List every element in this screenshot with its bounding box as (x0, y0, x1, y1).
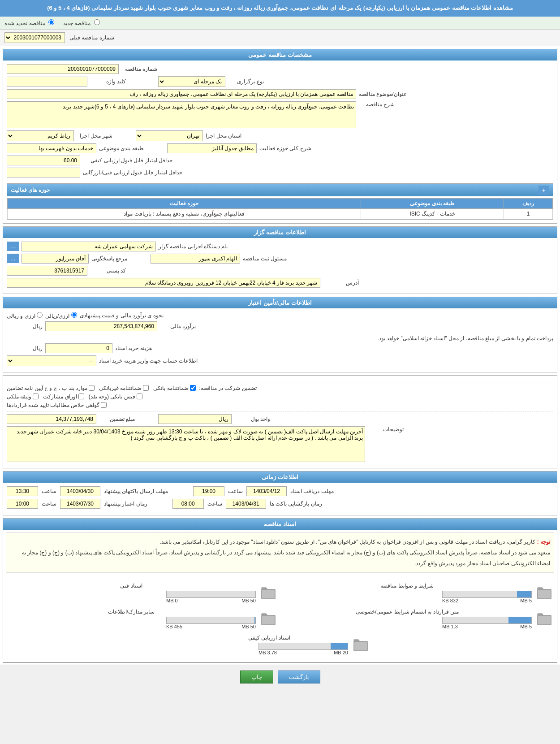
satisfaction-cert-cb[interactable] (101, 402, 107, 408)
doc-grid-row2: متن قرارداد به انضمام شرایط عمومی/خصوصی … (7, 609, 553, 629)
offer-deadline-time[interactable] (7, 486, 38, 496)
responsible-input[interactable] (151, 254, 240, 264)
opening-time[interactable] (172, 499, 204, 509)
row-activity: فعالیتهای جمع‌آوری، تصفیه و دفع پسماند ؛… (8, 208, 361, 219)
renewed-tender-radio[interactable] (48, 19, 54, 25)
add-activity-btn[interactable]: + (538, 186, 549, 195)
area-input[interactable] (167, 143, 257, 153)
city-select[interactable]: ریاط کریم (7, 130, 74, 141)
notes-container: آخرین مهلت ارسال اصل پاکت الف( تضمین ) ب… (7, 426, 365, 462)
partnership-cb[interactable] (78, 394, 84, 399)
offer-deadline-label: مهلت ارسال باکتهای پیشنهاد (104, 488, 168, 494)
header-text: مشاهده اطلاعات مناقصه عمومی همزمان با ار… (47, 4, 513, 11)
doc-cost-input[interactable] (45, 343, 112, 353)
budget-input[interactable] (45, 321, 157, 331)
doc-deadline-date[interactable] (246, 486, 287, 496)
guarantee-amount-input[interactable] (7, 414, 96, 424)
org-name-label: نام دستگاه اجرایی مناقصه گزار (159, 243, 228, 250)
budget-row: برآورد مالی ریال (7, 321, 553, 331)
postal-label: کد پستی (90, 268, 126, 274)
combined-score-input[interactable] (7, 168, 80, 177)
col-classification: طبقه بندی موضوعی (361, 198, 504, 208)
city-label: شهر محل اجرا (77, 133, 112, 139)
doc-progress-4 (166, 617, 256, 624)
currency-rial-label: ارزی/ریالی (45, 312, 77, 319)
ref-label: مرجع پاسخگویی (91, 255, 127, 262)
province-select[interactable]: تهران (136, 130, 203, 141)
col-activity: حوزه فعالیت (8, 198, 361, 208)
tender-number-input[interactable] (7, 64, 119, 74)
service-type-input[interactable] (7, 143, 96, 153)
tender-type-select[interactable]: یک مرحله ای (158, 76, 225, 87)
description-textarea[interactable]: نظافت عمومی، جمع‌آوری زباله روزانه ، رفت… (7, 101, 356, 128)
validity-date[interactable] (60, 499, 100, 509)
tender-number-row: شماره مناقصه (7, 64, 553, 74)
org-name-input[interactable] (22, 242, 156, 251)
guarantee-notes-row: توضیحات آخرین مهلت ارسال اصل پاکت الف( ت… (7, 426, 553, 462)
documents-title: اسناد مناقصه (264, 521, 296, 528)
page-header: مشاهده اطلاعات مناقصه عمومی همزمان با ار… (0, 0, 560, 17)
guarantee-type-row: تضمین شرکت در مناقصه: ضمانتنامه بانکی ضم… (7, 385, 553, 391)
account-info-select[interactable]: -- (7, 355, 96, 366)
documents-section: اسناد مناقصه توجه : کاربر گرامی، دریافت … (3, 518, 557, 659)
doc-info-1: شرایط و ضوابط مناقصه 5 MB 832 KB (283, 583, 532, 603)
svg-rect-3 (262, 615, 275, 625)
doc-title-3: متن قرارداد به انضمام شرایط عمومی/خصوصی (283, 609, 532, 615)
currency-label: نحوه ی برآورد مالی و قیمت پیشنهادی (80, 312, 164, 319)
location-row: استان محل اجرا تهران شهر محل اجرا ریاط ک… (7, 130, 553, 141)
deposit-letter-label: موارد بند ب ، ج و ح آیین نامه تضامین (7, 385, 95, 391)
guarantee-unit-input[interactable] (158, 414, 232, 424)
opening-label: زمان بازگشایی باکت ها (270, 501, 322, 507)
org-search-btn[interactable]: ... (7, 242, 19, 251)
non-bank-label: ضمانتنامه غیربانکی (99, 385, 149, 391)
doc-progress-2 (166, 591, 256, 598)
currency-rial-radio[interactable] (71, 312, 77, 318)
activity-header: + حوزه های فعالیت (7, 184, 553, 196)
print-button[interactable]: چاپ (240, 670, 273, 683)
financial-body: نحوه ی برآورد مالی و قیمت پیشنهادی ارزی/… (3, 308, 557, 372)
non-bank-cb[interactable] (143, 385, 149, 391)
new-tender-radio[interactable] (94, 19, 100, 25)
doc-fill-4 (254, 617, 255, 623)
back-button[interactable]: بازگشت (278, 670, 320, 683)
doc-labels-2: 50 MB 0 MB (166, 598, 256, 603)
keyword-input[interactable] (7, 77, 87, 87)
title-input[interactable] (7, 89, 356, 99)
timeline-title: اطلاعات زمانی (262, 474, 298, 480)
province-label: استان محل اجرا (206, 133, 241, 139)
ref-input[interactable] (22, 254, 89, 264)
quality-score-input[interactable] (7, 156, 80, 165)
doc-item-2: اسناد فنی 50 MB 0 MB (7, 583, 277, 603)
guarantee-amount-row: واحد پول مبلغ تضمین (7, 414, 553, 424)
renewed-tender-label: مناقصه تجدید شده (4, 19, 54, 26)
notes-textarea[interactable]: آخرین مهلت ارسال اصل پاکت الف( تضمین ) ب… (7, 426, 365, 462)
doc-deadline-time[interactable] (193, 486, 224, 496)
guarantee-type-label: تضمین شرکت در مناقصه: (198, 385, 257, 391)
prev-tender-select[interactable]: 2003001077000003 (4, 32, 65, 43)
doc-cost-label: هزینه خرید اسناد (115, 345, 152, 351)
doc-cost-unit: ریال (7, 345, 43, 351)
timeline-header: اطلاعات زمانی (3, 471, 557, 483)
offer-deadline-date[interactable] (60, 486, 100, 496)
real-estate-cb[interactable] (33, 394, 39, 399)
prev-tender-row: شماره مناقصه قبلی 2003001077000003 (0, 30, 560, 46)
quality-score-label: حداقل امتیاز قابل قبول ارزیابی کیفی (83, 157, 172, 164)
cash-check-cb[interactable] (137, 394, 142, 399)
folder-icon-4 (259, 609, 277, 627)
doc-icon-5 (352, 635, 370, 654)
bank-guarantee-cb[interactable] (190, 385, 196, 391)
ref-search-btn[interactable]: ... (7, 254, 19, 263)
postal-input[interactable] (7, 266, 87, 276)
bottom-buttons: بازگشت چاپ (0, 665, 560, 689)
opening-date[interactable] (226, 499, 266, 509)
cash-check-label: فیش بانکی (وجه نقد) (89, 394, 142, 400)
tender-host-title: اطلاعات مناقصه گزار (254, 229, 306, 236)
timeline-body: مهلت دریافت اسناد ساعت مهلت ارسال باکتها… (3, 483, 557, 515)
address-input[interactable] (7, 278, 320, 288)
service-type-label: طبقه بندی موضوعی (99, 145, 144, 151)
financial-section: اطلاعات مالی/تأمین اعتبار نحوه ی برآورد … (3, 297, 557, 372)
validity-time[interactable] (7, 499, 38, 509)
currency-foreign-radio[interactable] (37, 312, 43, 318)
deposit-letter-cb[interactable] (89, 385, 95, 391)
row-classification: خدمات - کدینگ ISIC (361, 208, 504, 219)
